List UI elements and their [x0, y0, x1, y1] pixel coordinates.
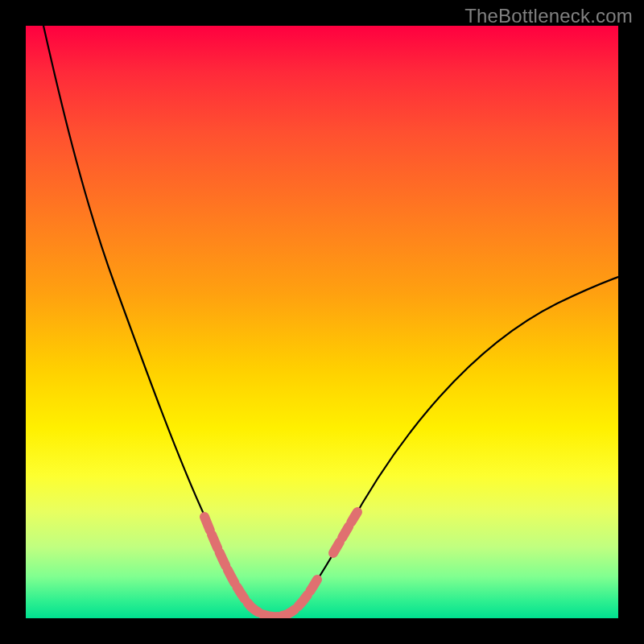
- highlight-left-branch: [204, 517, 317, 617]
- highlight-right-branch: [333, 512, 357, 553]
- plot-area: [26, 26, 618, 618]
- attribution-label: TheBottleneck.com: [464, 5, 633, 27]
- bottleneck-curve-line: [43, 26, 618, 617]
- bottleneck-curve-svg: [26, 26, 618, 618]
- chart-container: TheBottleneck.com: [0, 0, 644, 644]
